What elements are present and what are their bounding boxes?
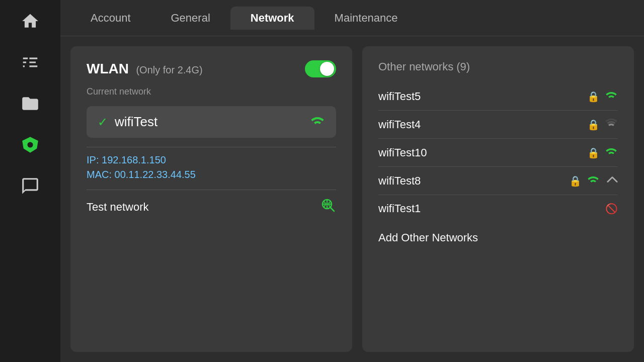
lock-icon: 🔒: [587, 147, 600, 159]
main-content: Account General Network Maintenance WLAN…: [60, 0, 644, 362]
svg-point-3: [33, 185, 34, 186]
svg-point-0: [27, 142, 33, 147]
check-icon: ✓: [98, 115, 108, 129]
other-networks-header: Other networks (9): [378, 60, 618, 73]
current-network-label: Current network: [87, 86, 336, 97]
ip-label: IP:: [87, 154, 99, 165]
network-name: wifiTest8: [378, 174, 569, 188]
right-panel: Other networks (9) wifiTest5 🔒: [362, 46, 634, 352]
tab-bar: Account General Network Maintenance: [60, 0, 644, 36]
list-item[interactable]: wifiTest4 🔒: [378, 111, 618, 139]
svg-point-2: [29, 185, 31, 186]
wlan-toggle[interactable]: [305, 60, 336, 77]
wifi-signal-icon: [587, 174, 600, 188]
list-item[interactable]: wifiTest5 🔒: [378, 82, 618, 111]
globe-search-icon[interactable]: [320, 197, 336, 217]
ip-mac-section: IP: 192.168.1.150 MAC: 00.11.22.33.44.55: [87, 147, 336, 180]
left-panel: WLAN (Only for 2.4G) Current network ✓ w…: [70, 46, 352, 352]
network-list: wifiTest5 🔒 wifiTest4 🔒: [378, 82, 618, 222]
test-network-row[interactable]: Test network: [87, 190, 336, 217]
network-icons: 🔒: [587, 89, 618, 103]
mac-label: MAC:: [87, 169, 112, 180]
ip-line: IP: 192.168.1.150: [87, 154, 336, 166]
network-name: wifiTest1: [378, 202, 605, 215]
lock-icon: 🔒: [587, 119, 600, 131]
tab-account[interactable]: Account: [70, 7, 151, 30]
test-network-label: Test network: [87, 201, 149, 214]
wifi-signal-icon: [605, 89, 618, 103]
sidebar-item-settings[interactable]: [17, 132, 43, 158]
sidebar-item-folder[interactable]: [17, 90, 43, 117]
sidebar-item-chat[interactable]: [17, 173, 43, 199]
network-name-text: wifiTest: [115, 114, 157, 130]
wlan-subtitle: (Only for 2.4G): [136, 64, 202, 75]
network-icons: 🔒: [587, 146, 618, 159]
wlan-title: WLAN: [87, 61, 129, 76]
current-network-name: ✓ wifiTest: [98, 114, 157, 130]
sidebar: [0, 0, 60, 362]
tab-general[interactable]: General: [151, 7, 230, 30]
network-name: wifiTest4: [378, 118, 587, 131]
network-icons: 🔒: [569, 174, 618, 188]
blocked-icon: 🚫: [605, 203, 618, 215]
add-other-networks-button[interactable]: Add Other Networks: [378, 222, 618, 244]
chevron-up-icon[interactable]: [607, 175, 618, 187]
wlan-title-group: WLAN (Only for 2.4G): [87, 61, 203, 77]
network-name: wifiTest10: [378, 146, 587, 159]
mac-line: MAC: 00.11.22.33.44.55: [87, 169, 336, 180]
network-icons: 🔒: [587, 118, 618, 131]
network-icons: 🚫: [605, 203, 618, 215]
lock-icon: 🔒: [569, 175, 582, 187]
tab-network[interactable]: Network: [230, 7, 314, 30]
sidebar-item-home[interactable]: [17, 8, 43, 34]
toggle-knob: [320, 62, 334, 76]
list-item[interactable]: wifiTest10 🔒: [378, 139, 618, 167]
mac-value: 00.11.22.33.44.55: [115, 169, 196, 180]
wifi-connected-icon: [310, 114, 325, 130]
svg-line-7: [331, 208, 334, 211]
network-name: wifiTest5: [378, 90, 587, 103]
wifi-signal-icon: [605, 146, 618, 159]
current-network-box[interactable]: ✓ wifiTest: [87, 106, 336, 138]
ip-value: 192.168.1.150: [102, 154, 166, 165]
lock-icon: 🔒: [587, 90, 600, 103]
list-item[interactable]: wifiTest1 🚫: [378, 195, 618, 222]
list-item[interactable]: wifiTest8 🔒: [378, 167, 618, 195]
wifi-signal-icon: [605, 118, 618, 131]
content-area: WLAN (Only for 2.4G) Current network ✓ w…: [60, 36, 644, 362]
wlan-header: WLAN (Only for 2.4G): [87, 60, 336, 77]
svg-point-1: [26, 185, 28, 186]
sidebar-item-equalizer[interactable]: [17, 49, 43, 75]
tab-maintenance[interactable]: Maintenance: [314, 7, 418, 30]
